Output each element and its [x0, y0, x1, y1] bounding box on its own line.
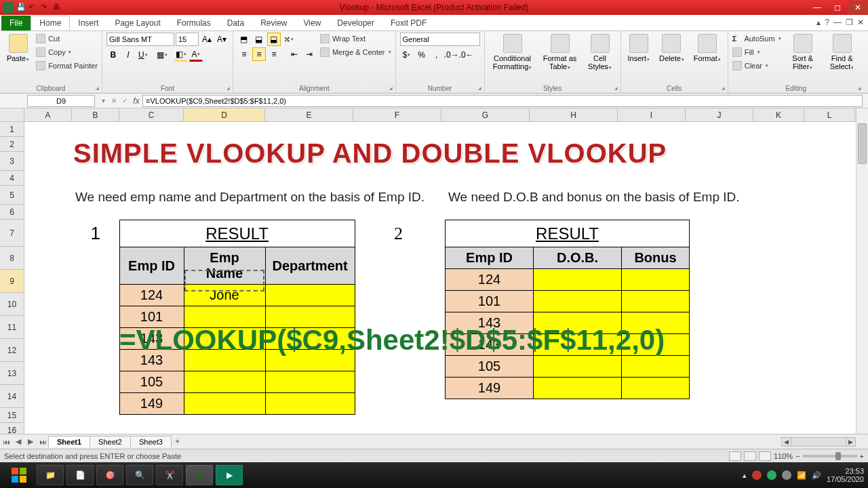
row-header-5[interactable]: 5	[0, 186, 24, 205]
decrease-decimal-icon[interactable]: .0←	[460, 48, 473, 62]
row-header-12[interactable]: 12	[0, 339, 24, 362]
tray-red-icon[interactable]	[752, 470, 762, 480]
cell-styles-button[interactable]: Cell Styles	[584, 33, 616, 72]
sheet-nav-first-icon[interactable]: ⏮	[0, 438, 12, 446]
row-header-6[interactable]: 6	[0, 205, 24, 220]
cut-button[interactable]: Cut	[36, 33, 98, 45]
vertical-scrollbar[interactable]	[856, 108, 868, 434]
font-color-button[interactable]: A	[189, 48, 203, 62]
col-header-H[interactable]: H	[530, 108, 618, 121]
page-layout-view-icon[interactable]	[744, 451, 756, 461]
row-header-8[interactable]: 8	[0, 247, 24, 270]
col-header-E[interactable]: E	[265, 108, 353, 121]
new-sheet-icon[interactable]: ✦	[172, 437, 184, 446]
autosum-button[interactable]: Σ AutoSum	[732, 33, 781, 45]
align-left-icon[interactable]: ≡	[237, 47, 251, 61]
table-row[interactable]: 124	[446, 269, 690, 291]
ribbon-min-icon[interactable]: —	[833, 18, 842, 27]
wrap-text-button[interactable]: Wrap Text	[320, 33, 391, 45]
formula-input[interactable]	[142, 95, 863, 107]
align-top-icon[interactable]: ⬒	[237, 33, 251, 46]
close-button[interactable]: ✕	[848, 1, 868, 14]
sort-filter-button[interactable]: Sort & Filter	[785, 33, 821, 72]
table-row[interactable]: 105	[446, 356, 690, 378]
tab-foxit-pdf[interactable]: Foxit PDF	[382, 16, 435, 30]
hscroll-right-icon[interactable]: ▶	[846, 438, 855, 446]
row-header-2[interactable]: 2	[0, 137, 24, 152]
delete-cells-button[interactable]: Delete	[656, 33, 687, 64]
task-magnifier-icon[interactable]: 🔍	[126, 465, 153, 485]
name-box[interactable]	[27, 95, 95, 107]
table-row[interactable]: 149	[446, 378, 690, 399]
accept-formula-icon[interactable]: ✓	[119, 97, 130, 104]
tab-review[interactable]: Review	[252, 16, 295, 30]
cancel-formula-icon[interactable]: ✕	[108, 97, 119, 104]
horizontal-scrollbar[interactable]: ◀ ▶	[781, 437, 856, 447]
task-explorer-icon[interactable]: 📁	[37, 465, 64, 485]
zoom-level[interactable]: 110%	[774, 452, 793, 460]
align-right-icon[interactable]: ≡	[267, 47, 281, 61]
row-header-14[interactable]: 14	[0, 385, 24, 408]
vertical-scroll-thumb[interactable]	[858, 123, 867, 164]
row-header-15[interactable]: 15	[0, 408, 24, 423]
increase-font-icon[interactable]: A▴	[200, 33, 214, 46]
font-name-select[interactable]	[106, 33, 174, 46]
minimize-button[interactable]: —	[807, 1, 827, 14]
align-bottom-icon[interactable]: ⬓	[267, 33, 281, 46]
sheet-nav-last-icon[interactable]: ⏭	[37, 438, 49, 446]
paste-button[interactable]: Paste	[4, 33, 32, 64]
maximize-button[interactable]: ◻	[827, 1, 848, 14]
col-header-J[interactable]: J	[686, 108, 753, 121]
worksheet-grid[interactable]: ABCDEFGHIJKL 12345678910111213141516 SIM…	[0, 108, 868, 434]
percent-format-icon[interactable]: %	[415, 48, 429, 62]
tab-page-layout[interactable]: Page Layout	[106, 16, 168, 30]
row-header-7[interactable]: 7	[0, 220, 24, 247]
sheet-tab-sheet2[interactable]: Sheet2	[90, 436, 131, 447]
format-painter-button[interactable]: Format Painter	[36, 60, 98, 72]
tray-grey-icon[interactable]	[782, 470, 791, 480]
sheet-nav-next-icon[interactable]: ▶	[24, 437, 37, 446]
ribbon-close-icon[interactable]: ✕	[857, 18, 864, 27]
tab-insert[interactable]: Insert	[70, 16, 106, 30]
column-headers[interactable]: ABCDEFGHIJKL	[24, 108, 856, 122]
sheet-tab-sheet1[interactable]: Sheet1	[48, 436, 90, 447]
task-app-icon[interactable]: 📄	[66, 465, 94, 485]
increase-indent-icon[interactable]: ⇥	[302, 47, 316, 61]
minimize-ribbon-icon[interactable]: ▴	[816, 18, 821, 27]
hscroll-left-icon[interactable]: ◀	[782, 438, 791, 446]
underline-button[interactable]: U	[136, 48, 150, 62]
zoom-slider[interactable]	[803, 455, 857, 458]
col-header-D[interactable]: D	[184, 108, 265, 121]
tray-green-icon[interactable]	[767, 470, 776, 480]
col-header-F[interactable]: F	[353, 108, 441, 121]
task-clip-icon[interactable]: ✂️	[156, 465, 183, 485]
insert-cells-button[interactable]: Insert	[625, 33, 653, 64]
increase-decimal-icon[interactable]: .0→	[445, 48, 458, 62]
tray-volume-icon[interactable]: 🔊	[812, 471, 821, 480]
col-header-C[interactable]: C	[119, 108, 184, 121]
tray-network-icon[interactable]: 📶	[797, 471, 806, 480]
zoom-in-icon[interactable]: +	[860, 452, 864, 460]
orientation-icon[interactable]: ⤭	[282, 33, 296, 46]
align-center-icon[interactable]: ≡	[252, 47, 266, 61]
row-header-11[interactable]: 11	[0, 316, 24, 339]
col-header-K[interactable]: K	[753, 108, 804, 121]
task-colorpicker-icon[interactable]: 🎯	[96, 465, 123, 485]
zoom-out-icon[interactable]: −	[795, 452, 800, 460]
fill-button[interactable]: Fill	[732, 46, 781, 58]
bold-button[interactable]: B	[106, 48, 120, 62]
tray-clock[interactable]: 23:53 17/05/2020	[827, 467, 864, 483]
col-header-A[interactable]: A	[24, 108, 72, 121]
row-header-10[interactable]: 10	[0, 293, 24, 316]
border-button[interactable]: ▦	[155, 48, 169, 62]
file-tab[interactable]: File	[1, 16, 31, 30]
accounting-format-icon[interactable]: $	[400, 48, 414, 62]
table-row[interactable]: 105	[72, 371, 355, 393]
table-row[interactable]: 149	[72, 393, 355, 415]
cells-area[interactable]: SIMPLE VLOOKUP AND DOUBLE VLOOKUP We nee…	[24, 122, 856, 434]
normal-view-icon[interactable]	[729, 451, 741, 461]
tray-expand-icon[interactable]: ▴	[743, 471, 747, 480]
help-icon[interactable]: ?	[825, 18, 829, 27]
task-filmora-icon[interactable]: ▶	[216, 465, 243, 485]
decrease-indent-icon[interactable]: ⇤	[288, 47, 301, 61]
